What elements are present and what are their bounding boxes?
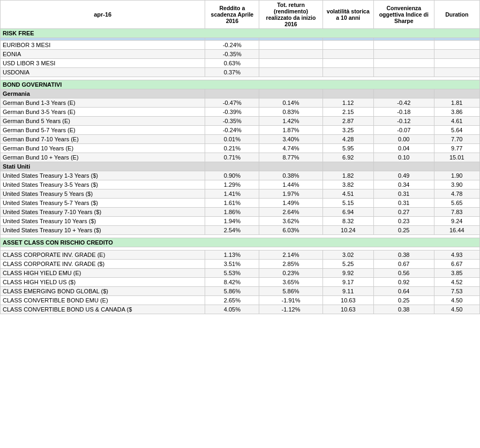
header-col2: Tot. return (rendimento) realizzato da i… xyxy=(259,1,322,29)
table-row: CLASS EMERGING BOND GLOBAL ($) 5.86% 5.8… xyxy=(1,287,480,296)
table-row: German Bund 3-5 Years (E) -0.39% 0.83% 2… xyxy=(1,108,480,117)
row-label: CLASS EMERGING BOND GLOBAL ($) xyxy=(1,287,205,296)
row-duration: 7.53 xyxy=(434,287,480,296)
table-row: CLASS CORPORATE INV. GRADE (E) 1.13% 2.1… xyxy=(1,250,480,260)
row-totreturn: 3.40% xyxy=(259,135,322,144)
row-volatilita: 9.11 xyxy=(322,287,374,296)
row-totreturn: 1.42% xyxy=(259,117,322,126)
row-duration: 16.44 xyxy=(434,226,480,235)
row-convenienza: 0.23 xyxy=(374,217,434,226)
row-reddito: 2.65% xyxy=(205,296,259,305)
row-label: United States Treasury 10 + Years ($) xyxy=(1,226,205,235)
row-convenienza: 0.34 xyxy=(374,180,434,189)
row-volatilita: 3.02 xyxy=(322,250,374,260)
row-totreturn: 0.38% xyxy=(259,171,322,180)
row-convenienza: 0.67 xyxy=(374,260,434,269)
row-totreturn xyxy=(259,41,322,50)
row-reddito: 1.61% xyxy=(205,199,259,208)
table-row: CLASS CONVERTIBLE BOND EMU (E) 2.65% -1.… xyxy=(1,296,480,305)
table-header: apr-16 Reddito a scadenza Aprile 2016 To… xyxy=(1,1,480,29)
row-convenienza: -0.07 xyxy=(374,126,434,135)
row-duration: 4.93 xyxy=(434,250,480,260)
table-row: United States Treasury 1-3 Years ($) 0.9… xyxy=(1,171,480,180)
row-totreturn: 3.62% xyxy=(259,217,322,226)
row-volatilita xyxy=(322,50,374,59)
row-label: United States Treasury 5-7 Years ($) xyxy=(1,199,205,208)
row-totreturn: 2.14% xyxy=(259,250,322,260)
row-duration: 5.65 xyxy=(434,199,480,208)
row-reddito: 3.51% xyxy=(205,260,259,269)
row-volatilita: 9.92 xyxy=(322,269,374,278)
row-label: EURIBOR 3 MESI xyxy=(1,41,205,50)
row-totreturn: 1.97% xyxy=(259,189,322,199)
row-reddito: -0.24% xyxy=(205,126,259,135)
table-row: CLASS HIGH YIELD US ($) 8.42% 3.65% 9.17… xyxy=(1,278,480,287)
row-volatilita: 2.87 xyxy=(322,117,374,126)
table-row: CLASS CORPORATE INV. GRADE ($) 3.51% 2.8… xyxy=(1,260,480,269)
row-volatilita: 2.15 xyxy=(322,108,374,117)
row-duration: 15.01 xyxy=(434,153,480,162)
row-volatilita xyxy=(322,41,374,50)
row-totreturn: 4.74% xyxy=(259,144,322,153)
table-row: United States Treasury 5-7 Years ($) 1.6… xyxy=(1,199,480,208)
row-label: United States Treasury 7-10 Years ($) xyxy=(1,208,205,217)
row-totreturn: 3.65% xyxy=(259,278,322,287)
row-totreturn xyxy=(259,59,322,68)
row-totreturn: -1.91% xyxy=(259,296,322,305)
row-duration: 9.24 xyxy=(434,217,480,226)
table-row: United States Treasury 10 Years ($) 1.94… xyxy=(1,217,480,226)
row-reddito: 0.37% xyxy=(205,68,259,77)
row-volatilita: 3.25 xyxy=(322,126,374,135)
row-duration: 6.67 xyxy=(434,260,480,269)
row-volatilita: 5.25 xyxy=(322,260,374,269)
row-convenienza xyxy=(374,68,434,77)
table-row: Stati Uniti xyxy=(1,162,480,171)
row-convenienza: 0.00 xyxy=(374,135,434,144)
header-col3: volatilità storica a 10 anni xyxy=(322,1,374,29)
header-col5: Duration xyxy=(434,1,480,29)
row-totreturn: 8.77% xyxy=(259,153,322,162)
row-reddito: 0.21% xyxy=(205,144,259,153)
row-convenienza: 0.27 xyxy=(374,208,434,217)
row-convenienza: 0.56 xyxy=(374,269,434,278)
row-reddito: 4.05% xyxy=(205,305,259,314)
row-duration: 3.90 xyxy=(434,180,480,189)
row-duration: 3.85 xyxy=(434,269,480,278)
row-totreturn: 1.49% xyxy=(259,199,322,208)
row-convenienza: -0.18 xyxy=(374,108,434,117)
row-reddito: 1.29% xyxy=(205,180,259,189)
header-col4: Convenienza oggettiva Indice di Sharpe xyxy=(374,1,434,29)
table-row: German Bund 10 + Years (E) 0.71% 8.77% 6… xyxy=(1,153,480,162)
row-duration: 4.61 xyxy=(434,117,480,126)
row-convenienza: -0.42 xyxy=(374,98,434,108)
subsection-label: Germania xyxy=(1,89,205,98)
row-reddito: -0.35% xyxy=(205,117,259,126)
row-duration: 4.50 xyxy=(434,305,480,314)
row-label: United States Treasury 5 Years ($) xyxy=(1,189,205,199)
row-volatilita: 6.94 xyxy=(322,208,374,217)
row-totreturn xyxy=(259,50,322,59)
row-volatilita: 5.15 xyxy=(322,199,374,208)
row-label: USD LIBOR 3 MESI xyxy=(1,59,205,68)
row-reddito: 2.54% xyxy=(205,226,259,235)
row-convenienza: -0.12 xyxy=(374,117,434,126)
row-volatilita: 6.92 xyxy=(322,153,374,162)
row-totreturn: 1.44% xyxy=(259,180,322,189)
row-convenienza: 0.31 xyxy=(374,199,434,208)
row-totreturn: 1.87% xyxy=(259,126,322,135)
row-label: United States Treasury 1-3 Years ($) xyxy=(1,171,205,180)
header-col1: Reddito a scadenza Aprile 2016 xyxy=(205,1,259,29)
row-reddito: 1.86% xyxy=(205,208,259,217)
row-volatilita: 4.51 xyxy=(322,189,374,199)
row-reddito: -0.24% xyxy=(205,41,259,50)
row-reddito: -0.39% xyxy=(205,108,259,117)
row-convenienza: 0.31 xyxy=(374,189,434,199)
row-reddito: 1.94% xyxy=(205,217,259,226)
table-row: German Bund 5 Years (E) -0.35% 1.42% 2.8… xyxy=(1,117,480,126)
subsection-label: Stati Uniti xyxy=(1,162,205,171)
row-convenienza xyxy=(374,59,434,68)
row-label: CLASS CORPORATE INV. GRADE ($) xyxy=(1,260,205,269)
row-label: United States Treasury 10 Years ($) xyxy=(1,217,205,226)
table-row: United States Treasury 10 + Years ($) 2.… xyxy=(1,226,480,235)
table-row: ASSET CLASS CON RISCHIO CREDITO xyxy=(1,238,480,247)
